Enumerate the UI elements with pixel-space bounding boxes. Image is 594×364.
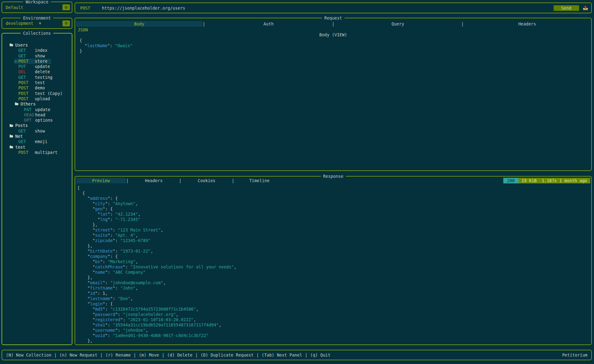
- environment-settings-button[interactable]: ⚙: [62, 20, 70, 26]
- response-panel-title: Response: [321, 173, 346, 179]
- tree-request-delete[interactable]: DELdelete: [3, 69, 71, 74]
- json-line: "registered": "2023-01-10T10:03:20.022Z"…: [77, 317, 591, 322]
- tab-auth[interactable]: Auth: [205, 21, 331, 27]
- tab-separator: |: [231, 178, 235, 183]
- shortcut-separator: |: [131, 353, 139, 357]
- folder-icon: [10, 125, 13, 127]
- folder-icon: [10, 44, 13, 46]
- method-label: PUT: [18, 64, 35, 69]
- json-line: "suite": "Apt. 4",: [77, 233, 591, 238]
- gear-icon: ⚙: [65, 6, 68, 9]
- shortcut-delete: (d) Delete: [167, 353, 192, 357]
- tree-request-multipart[interactable]: POSTmultipart: [3, 150, 71, 155]
- url-bar: POST https://jsonplaceholder.org/users S…: [75, 2, 592, 13]
- tree-request-upload[interactable]: POSTupload: [3, 96, 71, 101]
- tab-cookies[interactable]: Cookies: [182, 178, 231, 183]
- json-line: "lng": "-71.2345": [77, 217, 591, 222]
- request-body-editor[interactable]: { "lastName": "Owais"}: [75, 38, 591, 54]
- json-line: "email": "johndoe@example.com",: [77, 280, 591, 285]
- tree-folder-others[interactable]: Others: [3, 101, 71, 107]
- method-label: POST: [18, 91, 35, 96]
- json-line: "city": "Anytown",: [77, 201, 591, 206]
- json-line: },: [77, 338, 591, 344]
- workspace-panel-title: Workspace: [23, 0, 51, 5]
- shortcut-move: (m) Move: [139, 353, 159, 357]
- json-line: "catchPhrase": "Innovative solutions for…: [77, 264, 591, 270]
- tab-body[interactable]: Body: [76, 21, 202, 27]
- request-name: delete: [35, 69, 50, 74]
- tree-request-store[interactable]: ▷POSTstore: [3, 59, 71, 64]
- shortcut-separator: |: [302, 353, 310, 357]
- workspace-settings-button[interactable]: ⚙: [62, 4, 70, 10]
- chevron-down-icon[interactable]: ▼: [39, 21, 41, 25]
- method-label: GET: [18, 75, 35, 80]
- tree-folder-net[interactable]: Net: [3, 134, 71, 139]
- json-line: }: [80, 48, 591, 54]
- tree-folder-posts[interactable]: Posts: [3, 123, 71, 128]
- response-body-view[interactable]: [ { "address": { "city": "Anytown", "geo…: [75, 185, 591, 344]
- tab-separator: |: [461, 21, 464, 27]
- json-line: "street": "123 Main Street",: [77, 227, 591, 233]
- collections-panel-title: Collections: [21, 30, 53, 36]
- request-name: options: [35, 118, 53, 123]
- tree-request-testing[interactable]: GETtesting: [3, 75, 71, 80]
- app-name: Petitorium: [562, 353, 587, 357]
- json-line: "zipcode": "12345-6789": [77, 238, 591, 243]
- tree-request-options[interactable]: OPToptions: [3, 118, 71, 123]
- tree-request-test[interactable]: POSTtest: [3, 80, 71, 85]
- tree-request-update[interactable]: PUTupdate: [3, 64, 71, 69]
- json-line: {: [77, 191, 591, 196]
- collections-panel: Collections UsersGETindexGETshow▷POSTsto…: [2, 33, 72, 345]
- json-line: "birthDate": "1973-01-22",: [77, 249, 591, 254]
- shortcut-separator: |: [192, 353, 200, 357]
- tree-folder-users[interactable]: Users: [3, 43, 71, 48]
- selected-arrow-icon: ▷: [15, 59, 18, 64]
- json-line: "firstname": "John",: [77, 285, 591, 291]
- method-label: GET: [18, 128, 35, 134]
- method-label: POST: [18, 85, 35, 91]
- method-label: GET: [18, 139, 35, 144]
- request-name: store: [35, 59, 48, 64]
- method-label: OPT: [24, 118, 35, 123]
- tab-headers[interactable]: Headers: [129, 178, 179, 183]
- tree-request-head[interactable]: HEADhead: [3, 112, 71, 118]
- request-name: emoji: [35, 139, 48, 144]
- folder-icon: [15, 103, 18, 105]
- tree-request-update[interactable]: PATupdate: [3, 107, 71, 112]
- tree-folder-test[interactable]: test: [3, 145, 71, 150]
- send-button[interactable]: Send: [554, 5, 579, 11]
- tree-request-show[interactable]: GETshow: [3, 53, 71, 59]
- tab-query[interactable]: Query: [335, 21, 461, 27]
- request-panel-title: Request: [322, 15, 345, 21]
- tree-request-test-(copy)[interactable]: POSTtest (Copy): [3, 91, 71, 96]
- tree-request-index[interactable]: GETindex: [3, 48, 71, 53]
- url-input[interactable]: https://jsonplaceholder.org/users: [102, 6, 185, 11]
- response-tabs: Preview|Headers|Cookies|Timeline: [76, 178, 284, 183]
- workspace-value[interactable]: Default: [6, 5, 23, 10]
- tree-request-emoji[interactable]: GETemoji: [3, 139, 71, 144]
- request-name: update: [35, 64, 50, 69]
- body-type-label: JSON: [75, 27, 591, 32]
- json-line: "lastname": "Doe",: [77, 296, 591, 301]
- status-bar: (N) New Collection|(n) New Request|(r) R…: [2, 350, 592, 360]
- selected-request-highlight: ▷POSTstore: [15, 59, 51, 64]
- shortcut-rename: (r) Rename: [106, 353, 131, 357]
- body-mode-label: Body (VIEW): [75, 32, 591, 37]
- json-line: "lat": "42.1234",: [77, 212, 591, 217]
- tab-preview[interactable]: Preview: [76, 178, 126, 183]
- method-label: POST: [18, 80, 35, 85]
- method-label: POST: [18, 150, 35, 155]
- json-line: {: [80, 38, 591, 43]
- status-stats-badge: 19 KiB 1.187s 1 month ago: [519, 178, 590, 183]
- tree-request-show[interactable]: GETshow: [3, 128, 71, 134]
- tab-separator: |: [179, 178, 182, 183]
- environment-value[interactable]: development: [6, 21, 33, 26]
- tree-request-demo[interactable]: POSTdemo: [3, 85, 71, 91]
- tab-headers[interactable]: Headers: [464, 21, 590, 27]
- request-method[interactable]: POST: [80, 6, 102, 11]
- workspace-panel: Workspace Default ⚙: [2, 2, 72, 13]
- response-badges: 200 19 KiB 1.187s 1 month ago: [503, 178, 590, 183]
- tab-timeline[interactable]: Timeline: [235, 178, 284, 183]
- request-name: show: [35, 128, 45, 134]
- environment-panel-title: Environment: [21, 15, 53, 21]
